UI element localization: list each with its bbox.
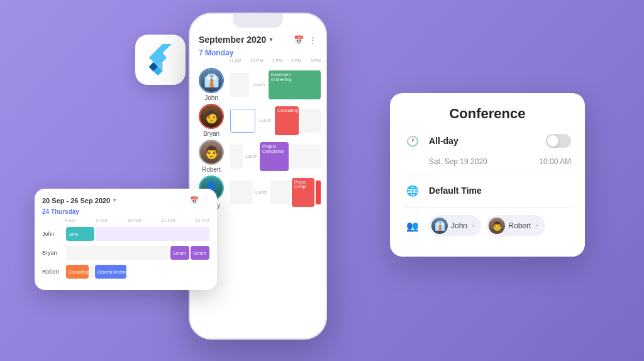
robert-event-project: ProjectCompletion [260, 142, 289, 171]
kenny-event: ProjecCompl [292, 178, 314, 207]
robert-avatar: 👨 [199, 140, 224, 165]
flutter-icon [135, 35, 186, 85]
bryan-event-consulting: Consulting [275, 106, 299, 135]
weekly-day-label: 24 Thursday [42, 208, 209, 215]
weekly-more-icon[interactable]: ⋮ [203, 196, 209, 204]
timezone-label: Default Time [429, 186, 571, 196]
robert-chip-name: Robert [508, 221, 531, 230]
john-chip-avatar: 👔 [431, 218, 448, 234]
weekly-calendar-icon[interactable]: 📅 [190, 196, 199, 204]
toggle-thumb [547, 135, 558, 147]
bryan-person: 🧑 Bryan [195, 104, 228, 137]
weekly-robert-general: General Meeting [95, 265, 126, 279]
weekly-john-event: John [66, 227, 94, 241]
divider [404, 174, 571, 174]
phone-day-label: 7 Monday [190, 47, 326, 58]
john-chip: 👔 John × [429, 215, 481, 236]
phone-john-row: 👔 John Lunch Developmnt Meeting [195, 68, 321, 101]
allday-label: All-day [429, 136, 538, 146]
robert-person: 👨 Robert [195, 140, 228, 173]
conference-title: Conference [404, 106, 571, 122]
weekly-john-row: John John [42, 226, 209, 242]
conference-allday-row: 🕐 All-day [404, 132, 571, 150]
more-icon[interactable]: ⋮ [309, 35, 317, 45]
conference-timezone-row: 🌐 Default Time [404, 182, 571, 199]
john-person: 👔 John [195, 68, 228, 101]
weekly-range-label: 20 Sep - 26 Sep 2020 ▼ [42, 197, 117, 204]
allday-toggle[interactable] [546, 134, 571, 148]
calendar-icon[interactable]: 📅 [294, 35, 304, 45]
conference-date: Sat, Sep 19 2020 [429, 157, 531, 166]
john-event-development: Developmnt Meeting [269, 70, 321, 99]
weekly-bryan-scrum2: Scrum [191, 246, 209, 260]
conference-card: Conference 🕐 All-day Sat, Sep 19 2020 10… [390, 93, 585, 257]
weekly-robert-row: Robert Consulting General Meeting [42, 264, 209, 280]
phone-robert-row: 👨 Robert Lunch ProjectCompletion [195, 140, 321, 173]
robert-chip-avatar: 👨 [489, 218, 505, 234]
clock-icon: 🕐 [404, 132, 421, 150]
divider2 [404, 207, 571, 208]
conference-date-row: Sat, Sep 19 2020 10:00 AM [404, 157, 571, 166]
weekly-calendar-card: 20 Sep - 26 Sep 2020 ▼ 📅 ⋮ 24 Thursday 8… [35, 189, 217, 290]
globe-icon: 🌐 [404, 182, 421, 199]
phone-month-label: September 2020 ▼ [199, 35, 274, 45]
conference-time: 10:00 AM [539, 157, 571, 166]
robert-chip: 👨 Robert × [486, 215, 545, 236]
weekly-robert-consulting: Consulting [66, 265, 89, 279]
attendees-list: 👔 John × 👨 Robert × [429, 215, 545, 236]
john-avatar: 👔 [199, 68, 224, 93]
phone-bryan-row: 🧑 Bryan Lunch Consulting [195, 104, 321, 137]
weekly-bryan-scrum1: Scrum [170, 246, 189, 260]
conference-attendees-row: 👥 👔 John × 👨 Robert × [404, 215, 571, 236]
people-icon: 👥 [404, 217, 421, 235]
phone-notch [233, 14, 283, 28]
bryan-avatar: 🧑 [199, 104, 224, 129]
john-chip-name: John [451, 221, 467, 230]
phone-mockup: September 2020 ▼ 📅 ⋮ 7 Monday 11 AM 12 P… [189, 13, 327, 340]
weekly-bryan-row: Bryan Scrum Scrum [42, 245, 209, 261]
